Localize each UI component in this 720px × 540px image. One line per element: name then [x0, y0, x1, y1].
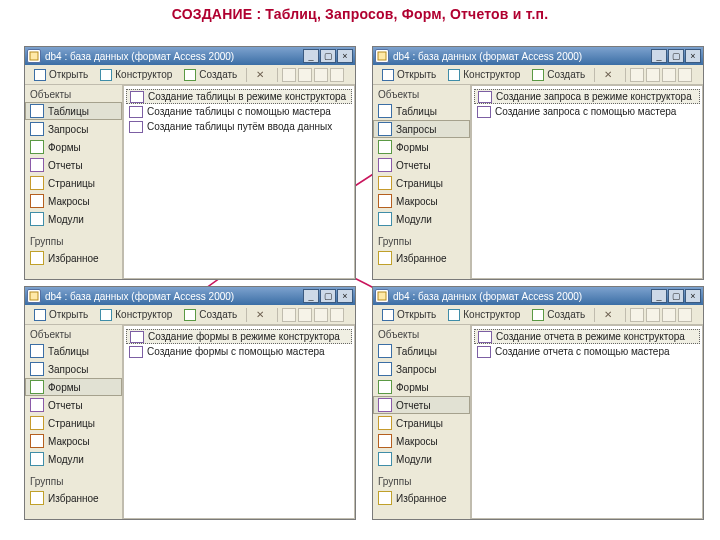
view-large-icon[interactable]: [630, 308, 644, 322]
sidebar-item-queries[interactable]: Запросы: [373, 360, 470, 378]
sidebar-item-queries[interactable]: Запросы: [25, 360, 122, 378]
sidebar-item-pages[interactable]: Страницы: [25, 174, 122, 192]
list-item-label: Создание запроса в режиме конструктора: [496, 91, 692, 102]
sidebar-item-forms[interactable]: Формы: [373, 378, 470, 396]
design-button[interactable]: Конструктор: [95, 307, 177, 323]
svg-rect-2: [30, 292, 38, 300]
sidebar-item-label: Страницы: [396, 178, 443, 189]
delete-button[interactable]: ✕: [251, 67, 273, 83]
sidebar-item-modules[interactable]: Модули: [373, 210, 470, 228]
create-button[interactable]: Создать: [527, 307, 590, 323]
open-button[interactable]: Открыть: [377, 67, 441, 83]
create-button[interactable]: Создать: [527, 67, 590, 83]
sidebar-item-queries[interactable]: Запросы: [25, 120, 122, 138]
list-item[interactable]: Создание запроса с помощью мастера: [474, 104, 700, 119]
sidebar-item-macros[interactable]: Макросы: [25, 432, 122, 450]
view-small-icon[interactable]: [298, 308, 312, 322]
list-item[interactable]: Создание отчета в режиме конструктора: [474, 329, 700, 344]
sidebar-item-forms[interactable]: Формы: [25, 378, 122, 396]
close-button[interactable]: ×: [685, 289, 701, 303]
list-item[interactable]: Создание отчета с помощью мастера: [474, 344, 700, 359]
sidebar-item-macros[interactable]: Макросы: [373, 192, 470, 210]
create-button[interactable]: Создать: [179, 67, 242, 83]
sidebar-item-reports[interactable]: Отчеты: [25, 396, 122, 414]
minimize-button[interactable]: _: [303, 289, 319, 303]
sidebar-item-modules[interactable]: Модули: [25, 450, 122, 468]
view-list-icon[interactable]: [314, 308, 328, 322]
create-button[interactable]: Создать: [179, 307, 242, 323]
sidebar-item-label: Формы: [48, 142, 81, 153]
sidebar-item-forms[interactable]: Формы: [373, 138, 470, 156]
minimize-button[interactable]: _: [303, 49, 319, 63]
view-details-icon[interactable]: [330, 68, 344, 82]
sidebar-item-label: Запросы: [48, 364, 88, 375]
database-icon: [27, 49, 41, 63]
sidebar-item-pages[interactable]: Страницы: [373, 174, 470, 192]
sidebar-item-pages[interactable]: Страницы: [25, 414, 122, 432]
sidebar-item-tables[interactable]: Таблицы: [25, 342, 122, 360]
open-button[interactable]: Открыть: [29, 67, 93, 83]
sidebar-item-macros[interactable]: Макросы: [25, 192, 122, 210]
view-small-icon[interactable]: [646, 68, 660, 82]
view-small-icon[interactable]: [646, 308, 660, 322]
design-button[interactable]: Конструктор: [443, 307, 525, 323]
minimize-button[interactable]: _: [651, 289, 667, 303]
sidebar-item-tables[interactable]: Таблицы: [373, 102, 470, 120]
view-large-icon[interactable]: [282, 308, 296, 322]
sidebar-item-modules[interactable]: Модули: [373, 450, 470, 468]
delete-button[interactable]: ✕: [599, 307, 621, 323]
database-icon: [375, 289, 389, 303]
sidebar-item-label: Макросы: [396, 436, 438, 447]
sidebar-item-tables[interactable]: Таблицы: [25, 102, 122, 120]
list-item[interactable]: Создание таблицы путём ввода данных: [126, 119, 352, 134]
window-title: db4 : база данных (формат Access 2000): [45, 51, 303, 62]
list-item[interactable]: Создание формы в режиме конструктора: [126, 329, 352, 344]
design-button[interactable]: Конструктор: [95, 67, 177, 83]
sidebar-item-reports[interactable]: Отчеты: [373, 396, 470, 414]
delete-button[interactable]: ✕: [599, 67, 621, 83]
sidebar-item-modules[interactable]: Модули: [25, 210, 122, 228]
view-details-icon[interactable]: [678, 68, 692, 82]
maximize-button[interactable]: ▢: [320, 49, 336, 63]
sidebar-item-tables[interactable]: Таблицы: [373, 342, 470, 360]
minimize-button[interactable]: _: [651, 49, 667, 63]
list-item[interactable]: Создание запроса в режиме конструктора: [474, 89, 700, 104]
maximize-button[interactable]: ▢: [320, 289, 336, 303]
open-button[interactable]: Открыть: [377, 307, 441, 323]
content-list: Создание запроса в режиме конструктора С…: [471, 85, 703, 279]
close-button[interactable]: ×: [337, 49, 353, 63]
list-item[interactable]: Создание формы с помощью мастера: [126, 344, 352, 359]
sidebar-item-label: Избранное: [396, 493, 447, 504]
sidebar-item-favorites[interactable]: Избранное: [25, 249, 122, 267]
design-button[interactable]: Конструктор: [443, 67, 525, 83]
view-details-icon[interactable]: [678, 308, 692, 322]
view-details-icon[interactable]: [330, 308, 344, 322]
view-small-icon[interactable]: [298, 68, 312, 82]
close-button[interactable]: ×: [337, 289, 353, 303]
objects-sidebar: Объекты Таблицы Запросы Формы Отчеты Стр…: [25, 325, 123, 519]
list-item[interactable]: Создание таблицы с помощью мастера: [126, 104, 352, 119]
db-window-tables: db4 : база данных (формат Access 2000) _…: [24, 46, 356, 280]
sidebar-item-favorites[interactable]: Избранное: [373, 489, 470, 507]
view-list-icon[interactable]: [314, 68, 328, 82]
sidebar-item-macros[interactable]: Макросы: [373, 432, 470, 450]
view-list-icon[interactable]: [662, 308, 676, 322]
database-icon: [27, 289, 41, 303]
sidebar-item-favorites[interactable]: Избранное: [25, 489, 122, 507]
sidebar-item-label: Запросы: [396, 124, 436, 135]
sidebar-item-pages[interactable]: Страницы: [373, 414, 470, 432]
sidebar-item-favorites[interactable]: Избранное: [373, 249, 470, 267]
sidebar-item-forms[interactable]: Формы: [25, 138, 122, 156]
view-large-icon[interactable]: [630, 68, 644, 82]
delete-button[interactable]: ✕: [251, 307, 273, 323]
maximize-button[interactable]: ▢: [668, 289, 684, 303]
sidebar-item-reports[interactable]: Отчеты: [25, 156, 122, 174]
sidebar-item-queries[interactable]: Запросы: [373, 120, 470, 138]
open-button[interactable]: Открыть: [29, 307, 93, 323]
close-button[interactable]: ×: [685, 49, 701, 63]
maximize-button[interactable]: ▢: [668, 49, 684, 63]
view-list-icon[interactable]: [662, 68, 676, 82]
view-large-icon[interactable]: [282, 68, 296, 82]
sidebar-item-reports[interactable]: Отчеты: [373, 156, 470, 174]
list-item[interactable]: Создание таблицы в режиме конструктора: [126, 89, 352, 104]
